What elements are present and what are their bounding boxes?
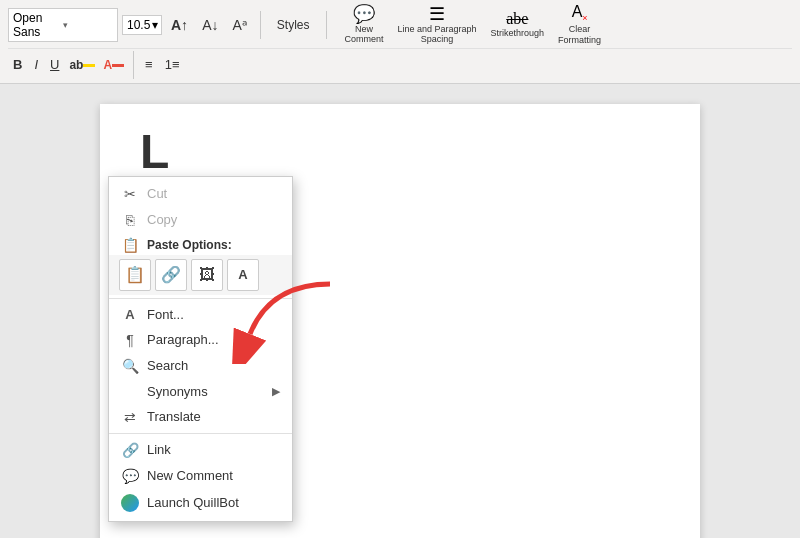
bold-label: B: [13, 57, 22, 72]
font-name-selector[interactable]: Open Sans ▾: [8, 8, 118, 42]
font-name-value: Open Sans: [13, 11, 63, 39]
underline-button[interactable]: U: [45, 55, 64, 74]
paste-keep-source-button[interactable]: 📋: [119, 259, 151, 291]
strikethrough-label: Strikethrough: [491, 28, 545, 39]
paste-header-icon: 📋: [121, 237, 139, 253]
copy-icon: ⎘: [121, 212, 139, 228]
new-comment-menu-icon: 💬: [121, 468, 139, 484]
font-shrink-icon: A↓: [202, 17, 218, 33]
change-case-icon: Aᵃ: [232, 17, 246, 33]
font-size-selector[interactable]: 10.5 ▾: [122, 15, 162, 35]
new-comment-menu-item[interactable]: 💬 New Comment: [109, 463, 292, 489]
cut-icon: ✂: [121, 186, 139, 202]
clear-formatting-group[interactable]: A× ClearFormatting: [552, 4, 607, 46]
link-menu-item[interactable]: 🔗 Link: [109, 437, 292, 463]
synonyms-label: Synonyms: [147, 384, 264, 399]
styles-label: Styles: [277, 18, 310, 32]
quillbot-menu-item[interactable]: Launch QuillBot: [109, 489, 292, 517]
paste-picture-button[interactable]: 🖼: [191, 259, 223, 291]
font-label: Font...: [147, 307, 280, 322]
font-color-icon: A: [103, 58, 112, 72]
copy-menu-item[interactable]: ⎘ Copy: [109, 207, 292, 233]
clear-formatting-label: ClearFormatting: [558, 24, 601, 46]
new-comment-icon: 💬: [353, 5, 375, 23]
strikethrough-group[interactable]: abe Strikethrough: [485, 11, 551, 39]
font-size-value: 10.5: [127, 18, 150, 32]
numbered-list-button[interactable]: 1≡: [160, 55, 185, 74]
copy-label: Copy: [147, 212, 280, 227]
styles-button[interactable]: Styles: [269, 16, 318, 34]
font-color-bar: [112, 64, 124, 67]
line-spacing-label: Line and ParagraphSpacing: [398, 24, 477, 46]
highlight-bar: [83, 64, 95, 67]
cut-label: Cut: [147, 186, 280, 201]
new-comment-group[interactable]: 💬 NewComment: [339, 5, 390, 46]
synonyms-submenu-arrow: ▶: [272, 385, 280, 398]
separator-1: [260, 11, 261, 39]
search-label: Search: [147, 358, 280, 373]
separator-ctx-1: [109, 298, 292, 299]
toolbar-row-2: B I U ab A ≡ 1≡: [8, 51, 792, 79]
quillbot-icon: [121, 494, 139, 512]
ribbon-groups: 💬 NewComment ☰ Line and ParagraphSpacing…: [339, 4, 608, 46]
clear-formatting-icon: A×: [572, 4, 588, 23]
separator-ctx-2: [109, 433, 292, 434]
quillbot-label: Launch QuillBot: [147, 495, 280, 510]
synonyms-menu-item[interactable]: Synonyms ▶: [109, 379, 292, 404]
separator-3: [133, 51, 134, 79]
paste-picture-icon: 🖼: [199, 266, 215, 284]
numbered-list-icon: 1≡: [165, 57, 180, 72]
quillbot-logo: [121, 494, 139, 512]
font-size-arrow: ▾: [152, 18, 158, 32]
highlight-button[interactable]: ab: [66, 57, 98, 73]
paste-keep-source-icon: 📋: [125, 265, 145, 284]
translate-label: Translate: [147, 409, 280, 424]
new-comment-label: NewComment: [345, 24, 384, 46]
line-spacing-icon: ☰: [429, 5, 445, 23]
translate-menu-item[interactable]: ⇄ Translate: [109, 404, 292, 430]
italic-button[interactable]: I: [29, 55, 43, 74]
translate-icon: ⇄: [121, 409, 139, 425]
paste-options-row: 📋 🔗 🖼 A: [109, 255, 292, 295]
search-menu-item[interactable]: 🔍 Search: [109, 353, 292, 379]
link-menu-icon: 🔗: [121, 442, 139, 458]
font-menu-item[interactable]: A Font...: [109, 302, 292, 327]
font-grow-button[interactable]: A↑: [166, 15, 193, 35]
bullet-list-icon: ≡: [145, 57, 153, 72]
paste-options-header: 📋 Paste Options:: [109, 233, 292, 255]
font-grow-icon: A↑: [171, 17, 188, 33]
italic-label: I: [34, 57, 38, 72]
change-case-button[interactable]: Aᵃ: [227, 15, 251, 35]
context-menu: ✂ Cut ⎘ Copy 📋 Paste Options: 📋 🔗 🖼 A: [108, 176, 293, 522]
separator-2: [326, 11, 327, 39]
bullet-list-button[interactable]: ≡: [140, 55, 158, 74]
paste-merge-button[interactable]: 🔗: [155, 259, 187, 291]
bold-button[interactable]: B: [8, 55, 27, 74]
font-color-button[interactable]: A: [100, 57, 127, 73]
link-label: Link: [147, 442, 280, 457]
toolbar: Open Sans ▾ 10.5 ▾ A↑ A↓ Aᵃ Styles 💬 New: [0, 0, 800, 84]
cut-menu-item[interactable]: ✂ Cut: [109, 181, 292, 207]
font-menu-icon: A: [121, 307, 139, 322]
paste-merge-icon: 🔗: [161, 265, 181, 284]
line-spacing-group[interactable]: ☰ Line and ParagraphSpacing: [392, 5, 483, 46]
paragraph-menu-item[interactable]: ¶ Paragraph...: [109, 327, 292, 353]
new-comment-ctx-label: New Comment: [147, 468, 280, 483]
font-shrink-button[interactable]: A↓: [197, 15, 223, 35]
paste-text-only-button[interactable]: A: [227, 259, 259, 291]
document-letter: L: [140, 124, 169, 179]
font-dropdown-arrow: ▾: [63, 20, 113, 30]
paragraph-menu-icon: ¶: [121, 332, 139, 348]
search-menu-icon: 🔍: [121, 358, 139, 374]
underline-label: U: [50, 57, 59, 72]
paragraph-label: Paragraph...: [147, 332, 280, 347]
highlight-icon: ab: [69, 58, 83, 72]
paste-text-only-icon: A: [238, 267, 247, 282]
strikethrough-icon: abe: [506, 11, 528, 27]
toolbar-row-1: Open Sans ▾ 10.5 ▾ A↑ A↓ Aᵃ Styles 💬 New: [8, 4, 792, 49]
paste-options-label: Paste Options:: [147, 238, 280, 252]
document-area: L ✂ Cut ⎘ Copy 📋 Paste Options: 📋 🔗 �: [0, 84, 800, 538]
